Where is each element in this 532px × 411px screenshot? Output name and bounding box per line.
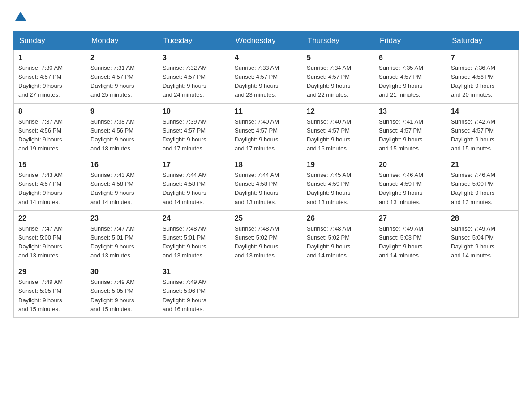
day-number: 30: [90, 268, 153, 276]
calendar-header-row: SundayMondayTuesdayWednesdayThursdayFrid…: [14, 32, 519, 50]
calendar-cell: 2Sunrise: 7:31 AMSunset: 4:57 PMDaylight…: [86, 50, 158, 104]
day-info: Sunrise: 7:47 AMSunset: 5:01 PMDaylight:…: [90, 224, 153, 261]
calendar-cell: 31Sunrise: 7:49 AMSunset: 5:06 PMDayligh…: [158, 264, 230, 318]
calendar-cell: 26Sunrise: 7:48 AMSunset: 5:02 PMDayligh…: [302, 210, 374, 264]
page-header: [13, 9, 519, 22]
column-header-thursday: Thursday: [302, 32, 374, 50]
calendar-cell: 15Sunrise: 7:43 AMSunset: 4:57 PMDayligh…: [14, 157, 86, 211]
day-info: Sunrise: 7:48 AMSunset: 5:01 PMDaylight:…: [163, 224, 225, 261]
day-number: 8: [18, 107, 81, 116]
day-info: Sunrise: 7:39 AMSunset: 4:57 PMDaylight:…: [163, 117, 225, 154]
day-number: 3: [163, 54, 225, 62]
day-number: 6: [379, 54, 442, 62]
day-number: 28: [451, 214, 514, 223]
calendar-cell: 21Sunrise: 7:46 AMSunset: 5:00 PMDayligh…: [446, 157, 519, 211]
day-number: 25: [235, 214, 297, 223]
day-info: Sunrise: 7:48 AMSunset: 5:02 PMDaylight:…: [235, 224, 297, 261]
day-info: Sunrise: 7:47 AMSunset: 5:00 PMDaylight:…: [18, 224, 81, 261]
day-info: Sunrise: 7:41 AMSunset: 4:57 PMDaylight:…: [379, 117, 442, 154]
day-number: 26: [307, 214, 369, 223]
column-header-friday: Friday: [374, 32, 446, 50]
day-info: Sunrise: 7:46 AMSunset: 4:59 PMDaylight:…: [379, 171, 442, 207]
day-number: 2: [90, 54, 153, 62]
day-info: Sunrise: 7:45 AMSunset: 4:59 PMDaylight:…: [307, 171, 369, 207]
day-info: Sunrise: 7:40 AMSunset: 4:57 PMDaylight:…: [235, 117, 297, 154]
day-info: Sunrise: 7:37 AMSunset: 4:56 PMDaylight:…: [18, 117, 81, 154]
calendar-cell: 7Sunrise: 7:36 AMSunset: 4:56 PMDaylight…: [446, 50, 519, 104]
day-number: 31: [163, 268, 225, 276]
calendar-cell: 24Sunrise: 7:48 AMSunset: 5:01 PMDayligh…: [158, 210, 230, 264]
svg-marker-0: [15, 12, 26, 21]
day-info: Sunrise: 7:36 AMSunset: 4:56 PMDaylight:…: [451, 64, 514, 100]
calendar-week-row: 1Sunrise: 7:30 AMSunset: 4:57 PMDaylight…: [14, 50, 519, 104]
day-number: 12: [307, 107, 369, 116]
day-number: 21: [451, 161, 514, 169]
day-number: 19: [307, 161, 369, 169]
day-number: 22: [18, 214, 81, 223]
day-number: 24: [163, 214, 225, 223]
day-number: 13: [379, 107, 442, 116]
day-number: 5: [307, 54, 369, 62]
day-number: 27: [379, 214, 442, 223]
calendar-cell: 30Sunrise: 7:49 AMSunset: 5:05 PMDayligh…: [86, 264, 158, 318]
calendar-cell: 10Sunrise: 7:39 AMSunset: 4:57 PMDayligh…: [158, 103, 230, 157]
day-info: Sunrise: 7:49 AMSunset: 5:06 PMDaylight:…: [163, 278, 225, 314]
day-info: Sunrise: 7:30 AMSunset: 4:57 PMDaylight:…: [18, 64, 81, 100]
logo: [13, 9, 27, 22]
calendar-cell: 29Sunrise: 7:49 AMSunset: 5:05 PMDayligh…: [14, 264, 86, 318]
calendar-cell: [302, 264, 374, 318]
day-number: 14: [451, 107, 514, 116]
day-info: Sunrise: 7:33 AMSunset: 4:57 PMDaylight:…: [235, 64, 297, 100]
day-info: Sunrise: 7:44 AMSunset: 4:58 PMDaylight:…: [163, 171, 225, 207]
calendar-cell: 16Sunrise: 7:43 AMSunset: 4:58 PMDayligh…: [86, 157, 158, 211]
day-info: Sunrise: 7:49 AMSunset: 5:05 PMDaylight:…: [18, 278, 81, 314]
calendar-cell: 19Sunrise: 7:45 AMSunset: 4:59 PMDayligh…: [302, 157, 374, 211]
day-info: Sunrise: 7:42 AMSunset: 4:57 PMDaylight:…: [451, 117, 514, 154]
day-info: Sunrise: 7:49 AMSunset: 5:04 PMDaylight:…: [451, 224, 514, 261]
day-number: 1: [18, 54, 81, 62]
calendar-cell: 8Sunrise: 7:37 AMSunset: 4:56 PMDaylight…: [14, 103, 86, 157]
calendar-week-row: 22Sunrise: 7:47 AMSunset: 5:00 PMDayligh…: [14, 210, 519, 264]
column-header-saturday: Saturday: [446, 32, 519, 50]
day-info: Sunrise: 7:38 AMSunset: 4:56 PMDaylight:…: [90, 117, 153, 154]
calendar-cell: 28Sunrise: 7:49 AMSunset: 5:04 PMDayligh…: [446, 210, 519, 264]
logo-triangle-icon: [14, 10, 27, 22]
day-info: Sunrise: 7:49 AMSunset: 5:03 PMDaylight:…: [379, 224, 442, 261]
day-info: Sunrise: 7:34 AMSunset: 4:57 PMDaylight:…: [307, 64, 369, 100]
column-header-sunday: Sunday: [14, 32, 86, 50]
day-info: Sunrise: 7:35 AMSunset: 4:57 PMDaylight:…: [379, 64, 442, 100]
column-header-monday: Monday: [86, 32, 158, 50]
calendar-cell: 17Sunrise: 7:44 AMSunset: 4:58 PMDayligh…: [158, 157, 230, 211]
calendar-cell: 20Sunrise: 7:46 AMSunset: 4:59 PMDayligh…: [374, 157, 446, 211]
calendar-cell: 9Sunrise: 7:38 AMSunset: 4:56 PMDaylight…: [86, 103, 158, 157]
day-info: Sunrise: 7:43 AMSunset: 4:57 PMDaylight:…: [18, 171, 81, 207]
day-number: 16: [90, 161, 153, 169]
day-number: 9: [90, 107, 153, 116]
calendar-cell: 12Sunrise: 7:40 AMSunset: 4:57 PMDayligh…: [302, 103, 374, 157]
day-info: Sunrise: 7:46 AMSunset: 5:00 PMDaylight:…: [451, 171, 514, 207]
calendar-cell: 22Sunrise: 7:47 AMSunset: 5:00 PMDayligh…: [14, 210, 86, 264]
calendar-cell: 1Sunrise: 7:30 AMSunset: 4:57 PMDaylight…: [14, 50, 86, 104]
calendar-cell: 14Sunrise: 7:42 AMSunset: 4:57 PMDayligh…: [446, 103, 519, 157]
calendar-cell: 3Sunrise: 7:32 AMSunset: 4:57 PMDaylight…: [158, 50, 230, 104]
day-info: Sunrise: 7:49 AMSunset: 5:05 PMDaylight:…: [90, 278, 153, 314]
calendar-cell: 11Sunrise: 7:40 AMSunset: 4:57 PMDayligh…: [230, 103, 302, 157]
calendar-cell: 25Sunrise: 7:48 AMSunset: 5:02 PMDayligh…: [230, 210, 302, 264]
day-info: Sunrise: 7:48 AMSunset: 5:02 PMDaylight:…: [307, 224, 369, 261]
calendar-cell: 27Sunrise: 7:49 AMSunset: 5:03 PMDayligh…: [374, 210, 446, 264]
day-info: Sunrise: 7:44 AMSunset: 4:58 PMDaylight:…: [235, 171, 297, 207]
calendar-cell: 4Sunrise: 7:33 AMSunset: 4:57 PMDaylight…: [230, 50, 302, 104]
day-number: 4: [235, 54, 297, 62]
calendar-cell: [446, 264, 519, 318]
day-info: Sunrise: 7:40 AMSunset: 4:57 PMDaylight:…: [307, 117, 369, 154]
calendar-cell: 5Sunrise: 7:34 AMSunset: 4:57 PMDaylight…: [302, 50, 374, 104]
calendar-cell: 13Sunrise: 7:41 AMSunset: 4:57 PMDayligh…: [374, 103, 446, 157]
calendar-week-row: 29Sunrise: 7:49 AMSunset: 5:05 PMDayligh…: [14, 264, 519, 318]
calendar-table: SundayMondayTuesdayWednesdayThursdayFrid…: [13, 31, 519, 318]
day-number: 15: [18, 161, 81, 169]
calendar-cell: 6Sunrise: 7:35 AMSunset: 4:57 PMDaylight…: [374, 50, 446, 104]
calendar-week-row: 15Sunrise: 7:43 AMSunset: 4:57 PMDayligh…: [14, 157, 519, 211]
day-number: 10: [163, 107, 225, 116]
column-header-tuesday: Tuesday: [158, 32, 230, 50]
day-number: 20: [379, 161, 442, 169]
